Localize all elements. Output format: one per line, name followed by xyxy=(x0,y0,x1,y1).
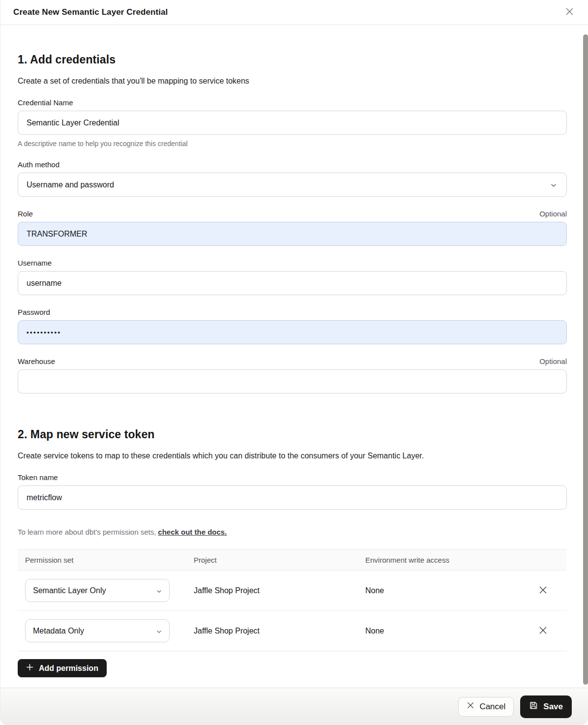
section2-description: Create service tokens to map to these cr… xyxy=(18,452,567,460)
env-write-cell: None xyxy=(365,627,535,635)
table-row: Metadata Only Jaffle Shop Project None xyxy=(18,611,567,651)
col-header-env-write: Environment write access xyxy=(365,556,535,564)
cancel-label: Cancel xyxy=(479,702,505,712)
chevron-down-icon xyxy=(156,586,162,595)
role-input[interactable] xyxy=(18,222,567,246)
docs-link[interactable]: check out the docs. xyxy=(158,528,227,536)
token-name-label: Token name xyxy=(18,473,58,482)
warehouse-label: Warehouse xyxy=(18,357,55,365)
auth-method-field-group: Auth method Username and password xyxy=(18,160,567,197)
close-icon xyxy=(565,7,574,17)
auth-method-value: Username and password xyxy=(27,181,114,189)
chevron-down-icon xyxy=(156,627,162,635)
remove-x-icon xyxy=(539,586,547,596)
token-name-field-group: Token name xyxy=(18,473,567,510)
section1-heading: 1. Add credentials xyxy=(18,53,567,66)
modal-title: Create New Semantic Layer Credential xyxy=(13,7,168,17)
auth-method-label: Auth method xyxy=(18,160,59,169)
section1-description: Create a set of credentials that you'll … xyxy=(18,77,567,86)
permission-set-select-row2[interactable]: Metadata Only xyxy=(25,619,170,642)
modal-content: 1. Add credentials Create a set of crede… xyxy=(0,53,588,677)
project-cell: Jaffle Shop Project xyxy=(194,586,365,595)
permission-set-value: Semantic Layer Only xyxy=(33,586,106,595)
role-field-group: Role Optional xyxy=(18,210,567,246)
section2-heading: 2. Map new service token xyxy=(18,428,567,441)
chevron-down-icon xyxy=(551,181,557,189)
add-permission-button[interactable]: Add permission xyxy=(18,659,107,677)
table-row: Semantic Layer Only Jaffle Shop Project … xyxy=(18,571,567,611)
credential-name-input[interactable] xyxy=(18,111,567,135)
warehouse-optional-badge: Optional xyxy=(539,357,567,365)
remove-x-icon xyxy=(539,626,547,636)
username-label: Username xyxy=(18,259,52,267)
create-credential-modal: Create New Semantic Layer Credential 1. … xyxy=(0,0,588,725)
auth-method-select[interactable]: Username and password xyxy=(18,173,567,197)
close-button[interactable] xyxy=(562,5,576,19)
credential-name-field-group: Credential Name A descriptive name to he… xyxy=(18,98,567,148)
save-label: Save xyxy=(543,702,563,712)
env-write-cell: None xyxy=(365,586,535,595)
cancel-x-icon xyxy=(467,701,474,712)
modal-header: Create New Semantic Layer Credential xyxy=(0,0,588,25)
token-name-input[interactable] xyxy=(18,485,567,510)
password-label: Password xyxy=(18,308,50,316)
add-permission-label: Add permission xyxy=(39,664,98,673)
username-input[interactable] xyxy=(18,271,567,295)
credential-name-helper: A descriptive name to help you recognize… xyxy=(18,140,567,148)
permission-set-select-row1[interactable]: Semantic Layer Only xyxy=(25,579,170,602)
save-floppy-icon xyxy=(529,701,538,712)
warehouse-input[interactable] xyxy=(18,369,567,393)
remove-row-button[interactable] xyxy=(535,583,550,598)
password-input[interactable] xyxy=(18,320,567,344)
permission-set-value: Metadata Only xyxy=(33,627,84,635)
scrollbar-thumb[interactable] xyxy=(583,34,588,685)
col-header-project: Project xyxy=(194,556,365,564)
permission-table-header: Permission set Project Environment write… xyxy=(18,549,567,571)
plus-icon xyxy=(26,664,33,673)
permission-table: Permission set Project Environment write… xyxy=(18,549,567,651)
role-label: Role xyxy=(18,210,33,218)
save-button[interactable]: Save xyxy=(520,695,572,718)
role-optional-badge: Optional xyxy=(539,210,567,218)
modal-footer: Cancel Save xyxy=(0,688,588,725)
warehouse-field-group: Warehouse Optional xyxy=(18,357,567,393)
remove-row-button[interactable] xyxy=(535,624,550,638)
cancel-button[interactable]: Cancel xyxy=(458,697,514,717)
col-header-permission-set: Permission set xyxy=(25,556,194,564)
password-field-group: Password xyxy=(18,308,567,344)
username-field-group: Username xyxy=(18,259,567,295)
permission-docs-line: To learn more about dbt's permission set… xyxy=(18,528,567,536)
docs-text: To learn more about dbt's permission set… xyxy=(18,528,156,536)
project-cell: Jaffle Shop Project xyxy=(194,627,365,635)
credential-name-label: Credential Name xyxy=(18,98,73,107)
